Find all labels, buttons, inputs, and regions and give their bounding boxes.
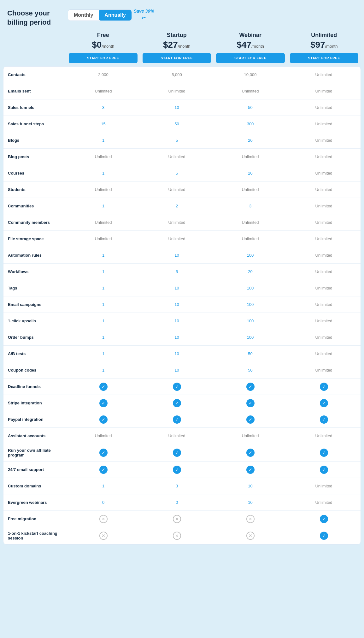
feature-value: ✓ [67, 395, 140, 411]
feature-name: Coupon codes [3, 364, 67, 376]
billing-toggle[interactable]: Monthly Annually [68, 9, 132, 21]
annually-button[interactable]: Annually [99, 10, 132, 21]
table-row: Workflows1520Unlimited [3, 264, 361, 280]
feature-value: 1 [67, 134, 140, 146]
check-icon: ✓ [246, 449, 255, 457]
plan-unlimited-cta[interactable]: START FOR FREE [290, 53, 359, 63]
feature-value: ✕ [67, 511, 140, 527]
feature-value: Unlimited [287, 298, 361, 311]
feature-name: 1-click upsells [3, 315, 67, 327]
check-icon: ✓ [246, 415, 255, 424]
check-icon: ✓ [320, 383, 328, 391]
feature-value: 10 [140, 348, 214, 360]
feature-value: ✓ [287, 462, 361, 478]
feature-value: ✓ [287, 528, 361, 544]
feature-name: Stripe integration [3, 397, 67, 409]
feature-value: ✓ [214, 395, 287, 411]
check-icon: ✓ [320, 399, 328, 407]
feature-value: 20 [214, 265, 287, 278]
table-row: Emails sentUnlimitedUnlimitedUnlimitedUn… [3, 83, 361, 99]
plan-free-header: Free $0/month START FOR FREE [66, 32, 140, 63]
feature-value: Unlimited [214, 216, 287, 229]
xmark-icon: ✕ [173, 532, 181, 540]
feature-value: 5 [140, 134, 214, 146]
feature-value: Unlimited [287, 134, 361, 146]
feature-value: 2,000 [67, 69, 140, 81]
feature-value: ✓ [140, 379, 214, 395]
feature-name: Email campaigns [3, 298, 67, 311]
plan-unlimited-header: Unlimited $97/month START FOR FREE [287, 32, 361, 63]
check-icon: ✓ [246, 399, 255, 407]
table-row: Contacts2,0005,00010,000Unlimited [3, 67, 361, 83]
feature-value: ✓ [214, 412, 287, 427]
feature-value: ✓ [214, 462, 287, 478]
table-row: Email campaigns110100Unlimited [3, 296, 361, 313]
feature-value: 1 [67, 331, 140, 343]
plan-webinar-header: Webinar $47/month START FOR FREE [214, 32, 287, 63]
feature-value: Unlimited [287, 233, 361, 245]
xmark-icon: ✕ [173, 515, 181, 523]
xmark-icon: ✕ [246, 532, 255, 540]
plan-free-cta[interactable]: START FOR FREE [69, 53, 138, 63]
feature-value: ✓ [140, 445, 214, 461]
header-area: Choose your billing period Monthly Annua… [3, 6, 361, 27]
feature-value: Unlimited [287, 151, 361, 163]
feature-value: Unlimited [214, 151, 287, 163]
features-table: Contacts2,0005,00010,000UnlimitedEmails … [3, 66, 361, 545]
monthly-button[interactable]: Monthly [68, 10, 99, 21]
feature-value: ✓ [67, 462, 140, 478]
feature-value: 20 [214, 167, 287, 179]
feature-value: Unlimited [287, 364, 361, 376]
feature-name: 24/7 email support [3, 463, 67, 476]
feature-value: 1 [67, 200, 140, 212]
table-row: Sales funnel steps1550300Unlimited [3, 116, 361, 132]
plan-startup-cta[interactable]: START FOR FREE [143, 53, 211, 63]
feature-value: 1 [67, 265, 140, 278]
plan-webinar-cta[interactable]: START FOR FREE [216, 53, 285, 63]
table-row: Tags110100Unlimited [3, 280, 361, 296]
check-icon: ✓ [99, 415, 108, 424]
feature-value: Unlimited [287, 216, 361, 229]
feature-name: Deadline funnels [3, 380, 67, 393]
feature-value: 3 [67, 101, 140, 114]
check-icon: ✓ [99, 449, 108, 457]
feature-value: ✕ [140, 511, 214, 527]
feature-value: ✓ [287, 395, 361, 411]
feature-value: ✓ [287, 445, 361, 461]
feature-value: Unlimited [214, 233, 287, 245]
feature-value: ✕ [140, 528, 214, 544]
feature-name: Communities [3, 200, 67, 212]
plan-unlimited-name: Unlimited [290, 32, 359, 39]
feature-value: 10 [140, 249, 214, 261]
feature-value: Unlimited [287, 348, 361, 360]
feature-value: ✕ [214, 528, 287, 544]
feature-value: 10,000 [214, 69, 287, 81]
feature-value: ✓ [67, 379, 140, 395]
check-icon: ✓ [173, 415, 181, 424]
xmark-icon: ✕ [99, 515, 108, 523]
table-row: Free migration✕✕✕✓ [3, 511, 361, 527]
plan-startup-name: Startup [143, 32, 211, 39]
check-icon: ✓ [99, 383, 108, 391]
feature-name: Run your own affiliate program [3, 444, 67, 461]
feature-value: 10 [140, 315, 214, 327]
feature-value: ✕ [214, 511, 287, 527]
table-row: Evergreen webinars0010Unlimited [3, 494, 361, 511]
feature-name: Sales funnels [3, 101, 67, 114]
table-row: Order bumps110100Unlimited [3, 329, 361, 346]
check-icon: ✓ [320, 515, 328, 523]
feature-value: ✓ [287, 511, 361, 527]
feature-value: 1 [67, 249, 140, 261]
table-row: Deadline funnels✓✓✓✓ [3, 379, 361, 395]
feature-name: 1-on-1 kickstart coaching session [3, 527, 67, 544]
check-icon: ✓ [320, 415, 328, 424]
feature-value: 10 [140, 364, 214, 376]
feature-value: Unlimited [140, 85, 214, 97]
feature-value: 50 [214, 364, 287, 376]
feature-value: 3 [140, 480, 214, 492]
feature-value: 5,000 [140, 69, 214, 81]
check-icon: ✓ [173, 383, 181, 391]
feature-value: 5 [140, 265, 214, 278]
feature-value: Unlimited [287, 101, 361, 114]
feature-value: Unlimited [287, 331, 361, 343]
